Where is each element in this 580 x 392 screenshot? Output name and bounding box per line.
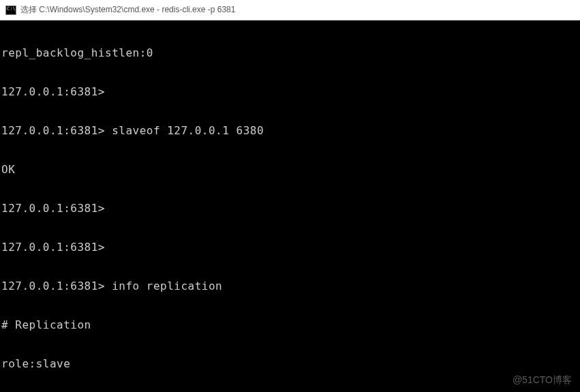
window-titlebar[interactable]: 选择 C:\Windows\System32\cmd.exe - redis-c…	[0, 0, 580, 20]
title-prefix: 选择	[20, 5, 37, 14]
title-path: C:\Windows\System32\cmd.exe - redis-cli.…	[39, 5, 235, 14]
window-title: 选择 C:\Windows\System32\cmd.exe - redis-c…	[20, 4, 235, 16]
terminal-line: 127.0.0.1:6381>	[1, 85, 579, 98]
terminal-line: 127.0.0.1:6381> slaveof 127.0.0.1 6380	[1, 124, 579, 137]
terminal-line: 127.0.0.1:6381> info replication	[1, 280, 579, 292]
terminal-output[interactable]: repl_backlog_histlen:0 127.0.0.1:6381> 1…	[0, 20, 580, 392]
terminal-line: 127.0.0.1:6381>	[1, 241, 579, 254]
cmd-icon	[5, 5, 16, 15]
terminal-line: repl_backlog_histlen:0	[1, 46, 579, 59]
terminal-line: OK	[1, 163, 579, 176]
terminal-line: 127.0.0.1:6381>	[1, 202, 579, 215]
terminal-line: role:slave	[1, 357, 579, 370]
watermark: @51CTO博客	[513, 374, 572, 387]
terminal-line: # Replication	[1, 318, 579, 331]
